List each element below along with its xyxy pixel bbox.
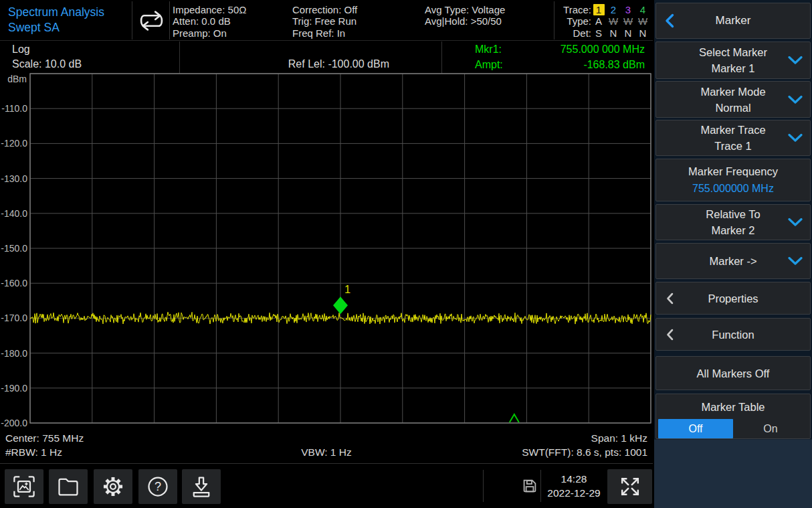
submenu-label: Properties: [708, 290, 758, 307]
dropdown-value: Marker 2: [711, 222, 754, 238]
app-title: Spectrum Analysis Swept SA: [8, 5, 104, 35]
svg-text:-170.0: -170.0: [1, 313, 27, 323]
function-submenu-button[interactable]: Function: [655, 318, 811, 351]
scale-value: Scale: 10.0 dB: [12, 57, 82, 72]
svg-text:1: 1: [344, 283, 350, 295]
average-status: Avg Type: Voltage Avg|Hold: >50/50: [425, 4, 505, 27]
field-value: 755.000000 MHz: [692, 181, 774, 197]
svg-text:-140.0: -140.0: [1, 208, 27, 219]
menu-title-bar: Marker: [655, 3, 811, 39]
app-title-line1: Spectrum Analysis: [8, 5, 104, 20]
span-readout[interactable]: Span: 1 kHz: [522, 431, 647, 445]
instrument-screen: Spectrum Analysis Swept SA Impedance: 50…: [0, 0, 812, 508]
sweep-annotations: Center: 755 MHz #RBW: 1 Hz VBW: 1 Hz Spa…: [0, 428, 653, 464]
button-label: All Markers Off: [697, 365, 770, 382]
svg-text:-110.0: -110.0: [1, 103, 27, 114]
file-button[interactable]: [49, 469, 88, 504]
svg-text:-200.0: -200.0: [1, 418, 27, 428]
avg-type-readout: Avg Type: Voltage: [425, 4, 505, 15]
main-area: Spectrum Analysis Swept SA Impedance: 50…: [0, 0, 653, 508]
field-label: Marker Frequency: [688, 163, 778, 179]
properties-submenu-button[interactable]: Properties: [655, 282, 811, 315]
chevron-left-icon: [665, 13, 674, 28]
svg-text:-130.0: -130.0: [1, 173, 27, 184]
scale-readout[interactable]: Log Scale: 10.0 dB: [12, 42, 82, 72]
marker-frequency-field[interactable]: Marker Frequency 755.000000 MHz: [655, 159, 811, 201]
chevron-down-icon: [788, 257, 803, 266]
freq-ref-readout: Freq Ref: In: [292, 27, 357, 39]
screenshot-button[interactable]: [5, 469, 43, 504]
center-freq-readout[interactable]: Center: 755 MHz: [5, 431, 84, 445]
marker-menu-panel: Marker Select Marker Marker 1 Marker Mod…: [654, 0, 812, 508]
chevron-down-icon: [788, 95, 803, 104]
spectrum-plot[interactable]: dBm-110.0-120.0-130.0-140.0-150.0-160.0-…: [0, 72, 653, 431]
save-icon: [189, 475, 213, 499]
clock-display: 14:28 2022-12-29: [543, 472, 605, 500]
trace1-type: A: [591, 15, 606, 27]
trace1-badge: 1: [593, 4, 605, 15]
trace4-number: 4: [635, 4, 650, 15]
settings-button[interactable]: [94, 469, 132, 504]
mkr1-frequency: 755.000 000 MHz: [561, 42, 645, 58]
select-marker-dropdown[interactable]: Select Marker Marker 1: [655, 41, 811, 79]
marker-trace-dropdown[interactable]: Marker Trace Trace 1: [655, 120, 811, 156]
marker-mode-dropdown[interactable]: Marker Mode Normal: [655, 81, 811, 118]
right-annotations: Span: 1 kHz SWT(FFT): 8.6 s, pts: 1001: [522, 431, 647, 459]
correction-readout: Correction: Off: [292, 4, 357, 15]
impedance-readout: Impedance: 50Ω: [173, 4, 246, 15]
chevron-down-icon: [788, 56, 803, 65]
chevron-left-icon: [666, 329, 674, 340]
trace4-type: W: [635, 15, 650, 27]
svg-text:-190.0: -190.0: [1, 383, 27, 394]
fullscreen-button[interactable]: [607, 469, 652, 504]
gear-icon: [101, 475, 125, 499]
trace1-det: S: [591, 27, 606, 39]
expand-arrows-icon: [618, 475, 642, 499]
svg-text:?: ?: [155, 480, 161, 493]
all-markers-off-button[interactable]: All Markers Off: [655, 356, 811, 390]
app-title-line2: Swept SA: [8, 20, 104, 35]
svg-text:-160.0: -160.0: [1, 278, 27, 288]
back-button[interactable]: [665, 13, 674, 28]
trace-row: Trace: 1 2 3 4: [559, 4, 651, 15]
trace-status-table: Trace: 1 2 3 4 Type: A W W W Det: S N: [559, 4, 651, 39]
dropdown-label: Marker Mode: [700, 84, 765, 100]
disk-status-icon: [522, 478, 538, 494]
status-bar: Spectrum Analysis Swept SA Impedance: 50…: [0, 0, 653, 41]
trace2-det: N: [606, 27, 621, 39]
submenu-label: Function: [712, 327, 754, 343]
toggle-label: Marker Table: [701, 399, 765, 415]
trace2-number: 2: [606, 4, 621, 15]
help-button[interactable]: ?: [138, 469, 177, 504]
dropdown-value: Marker 1: [711, 60, 754, 76]
svg-text:-150.0: -150.0: [1, 243, 27, 254]
dropdown-value: Normal: [715, 100, 750, 116]
atten-readout: Atten: 0.0 dB: [173, 15, 246, 27]
scale-type: Log: [12, 42, 82, 57]
trace-row-label: Trace:: [559, 4, 591, 15]
preamp-readout: Preamp: On: [173, 27, 246, 39]
chevron-down-icon: [788, 218, 803, 227]
dropdown-label: Marker ->: [709, 253, 756, 269]
continuous-sweep-icon: [136, 9, 167, 32]
ref-level-readout[interactable]: Ref Lel: -100.00 dBm: [181, 41, 389, 72]
marker-to-dropdown[interactable]: Marker ->: [655, 243, 811, 279]
trace4-det: N: [635, 27, 650, 39]
menu-title: Marker: [716, 13, 751, 29]
marker-table-off-option[interactable]: Off: [658, 419, 733, 438]
help-icon: ?: [146, 475, 170, 499]
avg-hold-readout: Avg|Hold: >50/50: [425, 15, 505, 27]
trigger-readout: Trig: Free Run: [292, 15, 357, 27]
marker-table-on-option[interactable]: On: [733, 419, 808, 438]
chevron-down-icon: [788, 134, 803, 143]
relative-to-dropdown[interactable]: Relative To Marker 2: [655, 204, 811, 240]
toggle-options: Off On: [658, 419, 808, 438]
trigger-status: Correction: Off Trig: Free Run Freq Ref:…: [292, 4, 357, 39]
screenshot-icon: [12, 475, 36, 499]
ampt-label: Ampt:: [475, 58, 503, 73]
sweep-time-readout[interactable]: SWT(FFT): 8.6 s, pts: 1001: [522, 445, 647, 459]
chevron-left-icon: [666, 292, 674, 304]
save-button[interactable]: [182, 469, 221, 504]
folder-icon: [56, 475, 80, 499]
spectrum-plot-svg[interactable]: dBm-110.0-120.0-130.0-140.0-150.0-160.0-…: [0, 72, 653, 431]
